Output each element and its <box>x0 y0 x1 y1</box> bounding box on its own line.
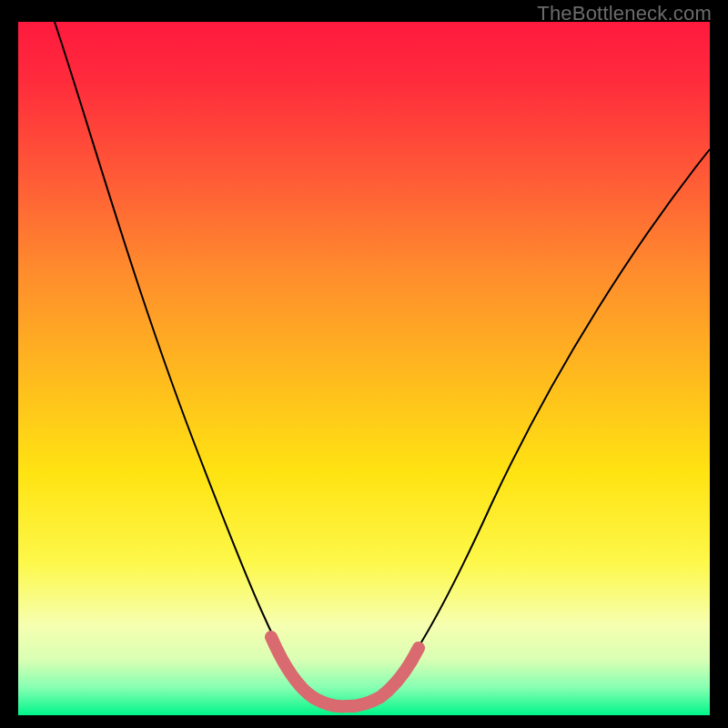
bottleneck-highlight <box>271 637 419 706</box>
chart-container: TheBottleneck.com <box>0 0 728 728</box>
plot-area <box>18 22 710 715</box>
bottleneck-curve <box>55 22 710 707</box>
curve-svg <box>18 22 710 715</box>
